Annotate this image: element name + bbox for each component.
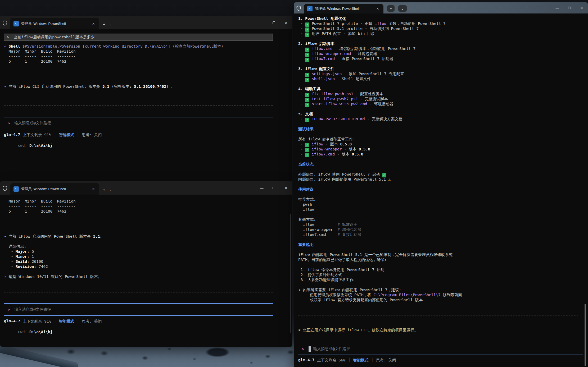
status-bar: glm-4.7 上下文剩余 66% │ 智能模式 │ 思考: 关闭 <box>298 358 588 363</box>
terminal-line: 5. 文档 <box>298 112 588 117</box>
tab-close-icon[interactable]: ✕ <box>91 21 96 26</box>
prompt-icon: > <box>8 308 10 312</box>
tab-title: 管理员: Windows PowerShell <box>315 6 373 11</box>
terminal-line: ✦ 当前 iFlow 启动调用的 PowerShell 版本是 5.1。 <box>4 234 292 239</box>
cwd-line: cwd: D:\a\Ai\bj <box>4 324 292 329</box>
terminal-line <box>4 229 292 234</box>
terminal-line: iflow # 标准命令 <box>298 222 588 227</box>
terminal-line: - ✓ test-iflow-pwsh7.ps1 - 完整测试脚本 <box>298 97 588 102</box>
terminal-line: - ✓ iflow7.cmd - 版本 0.5.8 <box>298 152 588 157</box>
scrollbar-thumb[interactable] <box>585 304 586 366</box>
terminal-line: - Build: 26100 <box>4 259 292 264</box>
terminal-line: - ✓ shell.json - Shell 配置文件 <box>298 76 588 81</box>
terminal-line <box>298 237 588 242</box>
cwd-line: cwd: ~ <box>298 363 588 367</box>
terminal-line: - Minor: 1 <box>4 254 292 259</box>
terminal-line <box>298 167 588 172</box>
terminal-line: - ✓ PowerShell 5.1 profile - 自动切换到 Power… <box>298 26 588 31</box>
message-input[interactable]: > 输入消息或@文件路径 <box>4 117 273 129</box>
check-icon: ✓ <box>305 118 309 122</box>
minimize-button[interactable]: — <box>256 181 268 195</box>
terminal-window-bottom-left[interactable]: >_ 管理员: Windows PowerShell ✕ + ⌄ — ✕ Maj… <box>0 181 292 347</box>
model-name: glm-4.7 <box>4 319 20 324</box>
terminal-line <box>298 302 588 308</box>
terminal-line <box>4 239 292 244</box>
maximize-button[interactable] <box>268 16 280 29</box>
check-icon: ✓ <box>305 78 309 82</box>
model-name: glm-4.7 <box>4 132 20 137</box>
terminal-line <box>4 219 292 224</box>
tab-title: 管理员: Windows PowerShell <box>21 21 88 26</box>
terminal-line: 详细信息: <box>4 244 292 249</box>
terminal-line <box>298 182 588 187</box>
new-tab-button[interactable]: + <box>387 5 395 12</box>
minimize-button[interactable]: — <box>551 2 563 13</box>
window-controls: — ✕ <box>256 181 292 195</box>
terminal-line: - ✓ iflow-wrapper - 版本 0.5.8 <box>298 147 588 152</box>
maximize-button[interactable] <box>563 2 576 13</box>
terminal-line: 5 1 26100 7462 <box>4 59 292 64</box>
new-tab-button[interactable]: + <box>103 188 105 191</box>
terminal-line <box>4 269 292 274</box>
tab-dropdown-button[interactable]: ⌄ <box>398 5 407 12</box>
mode-badge: 智能模式 <box>59 132 74 137</box>
context-remaining: 上下文剩余 66% <box>317 358 345 363</box>
terminal-line: 3. iFlow 配置文件 <box>298 66 588 71</box>
terminal-line: PATH。当前的配置已经做了最大程度的优化，确保: <box>298 257 588 262</box>
admin-shield-icon <box>296 5 301 11</box>
terminal-line: - ✓ settings.json - 添加 PowerShell 7 专用配置 <box>298 71 588 76</box>
tab-dropdown-button[interactable]: ⌄ <box>109 22 111 26</box>
terminal-line: - ✓ iflow - 版本 0.5.8 <box>298 142 588 147</box>
new-tab-button[interactable]: + <box>103 22 105 26</box>
close-button[interactable]: ✕ <box>280 181 292 195</box>
separator-line <box>4 105 273 105</box>
cwd-line: cwd: D:\a\Ai\bj <box>4 137 292 143</box>
terminal-line: 外部层面: iflow 使用 PowerShell 7 启动 ✓ <box>298 172 588 177</box>
terminal-line: - ✓ 用户 PATH 配置 - 添加 bin 目录 <box>298 31 588 36</box>
terminal-line: 使用建议 <box>298 187 588 192</box>
mode-badge: 智能模式 <box>353 358 368 363</box>
check-icon: ✓ <box>305 33 309 37</box>
terminal-line: - ✓ iflow.cmd - 增强版启动脚本，强制使用 PowerShell … <box>298 46 588 51</box>
titlebar[interactable]: >_ 管理员: Windows PowerShell ✕ + ⌄ — ✕ <box>0 16 292 29</box>
powershell-icon: >_ <box>13 186 19 192</box>
terminal-line <box>298 323 588 328</box>
input-placeholder: 输入消息或@文件路径 <box>14 121 51 126</box>
terminal-tab[interactable]: >_ 管理员: Windows PowerShell ✕ <box>10 18 99 29</box>
terminal-content: 1. PowerShell 配置优化 - ✓ PowerShell 7 prof… <box>294 13 588 367</box>
scrollbar-thumb[interactable] <box>291 214 291 333</box>
terminal-tab[interactable]: >_ 管理员: Windows PowerShell ✕ <box>304 4 383 13</box>
terminal-tab[interactable]: >_ 管理员: Windows PowerShell ✕ <box>10 183 99 195</box>
thinking-status: 思考: 关闭 <box>376 358 396 363</box>
tab-close-icon[interactable]: ✕ <box>91 187 96 191</box>
maximize-icon <box>273 21 275 24</box>
message-input[interactable]: > 输入消息或@文件路径 <box>298 343 583 355</box>
tab-dropdown-button[interactable]: ⌄ <box>109 188 111 191</box>
terminal-line <box>4 214 292 219</box>
terminal-output: 1. PowerShell 配置优化 - ✓ PowerShell 7 prof… <box>298 16 588 333</box>
terminal-line: 1. iflow 命令本身使用 PowerShell 7 启动 <box>298 267 588 272</box>
titlebar[interactable]: >_ 管理员: Windows PowerShell ✕ + ⌄ — ✕ <box>294 2 588 13</box>
separator-line <box>298 313 588 318</box>
terminal-line: - Major: 5 <box>4 249 292 254</box>
text-cursor <box>309 346 311 352</box>
minimize-button[interactable]: — <box>256 16 268 29</box>
titlebar[interactable]: >_ 管理员: Windows PowerShell ✕ + ⌄ — ✕ <box>0 181 292 195</box>
terminal-window-right[interactable]: >_ 管理员: Windows PowerShell ✕ + ⌄ — ✕ 1. … <box>294 2 588 367</box>
input-placeholder: 输入消息或@文件路径 <box>313 346 350 351</box>
terminal-line: - ✓ iflow7.cmd - 直接 PowerShell 7 启动器 <box>298 56 588 61</box>
terminal-line <box>298 36 588 41</box>
terminal-line: 推荐方式: <box>298 197 588 202</box>
thinking-status: 思考: 关闭 <box>82 319 102 324</box>
model-name: glm-4.7 <box>298 358 314 363</box>
tab-close-icon[interactable]: ✕ <box>375 6 380 11</box>
terminal-line <box>298 262 588 267</box>
message-input[interactable]: > 输入消息或@文件路径 <box>4 303 273 316</box>
status-bar: glm-4.7 上下文剩余 91% │ 智能模式 │ 思考: 关闭 <box>4 132 292 137</box>
close-button[interactable]: ✕ <box>576 2 588 13</box>
close-button[interactable]: ✕ <box>280 16 292 29</box>
terminal-window-top-left[interactable]: >_ 管理员: Windows PowerShell ✕ + ⌄ — ✕ > 当… <box>0 16 292 185</box>
maximize-button[interactable] <box>268 181 280 195</box>
input-placeholder: 输入消息或@文件路径 <box>14 307 51 312</box>
window-controls: — ✕ <box>256 16 292 29</box>
